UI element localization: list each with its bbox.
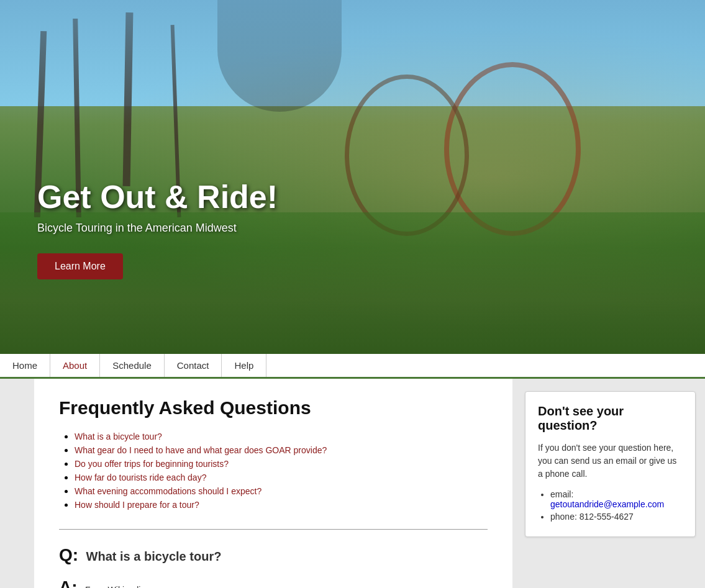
faq-heading: Frequently Asked Questions xyxy=(59,397,488,418)
hero-background xyxy=(0,0,705,354)
hero-subtitle: Bicycle Touring in the American Midwest xyxy=(37,222,278,235)
main-nav: Home About Schedule Contact Help xyxy=(0,354,705,379)
hero-content: Get Out & Ride! Bicycle Touring in the A… xyxy=(37,178,278,279)
sidebar: Don't see your question? If you don't se… xyxy=(512,379,705,588)
email-item: email: getoutandride@example.com xyxy=(550,489,683,509)
email-link[interactable]: getoutandride@example.com xyxy=(550,499,664,509)
list-item: How far do tourists ride each day? xyxy=(75,472,488,483)
nav-contact[interactable]: Contact xyxy=(165,354,222,377)
faq-q1: Q: What is a bicycle tour? xyxy=(59,545,488,565)
list-item: What gear do I need to have and what gea… xyxy=(75,445,488,456)
list-item: What is a bicycle tour? xyxy=(75,431,488,442)
nav-about[interactable]: About xyxy=(50,354,100,377)
main-area: Frequently Asked Questions What is a bic… xyxy=(0,379,705,588)
faq-list: What is a bicycle tour? What gear do I n… xyxy=(59,431,488,510)
faq-link-1[interactable]: What is a bicycle tour? xyxy=(75,432,162,441)
a-label: A: xyxy=(59,577,78,588)
phone-value: 812-555-4627 xyxy=(580,512,634,522)
learn-more-button[interactable]: Learn More xyxy=(37,253,123,279)
list-item: How should I prepare for a tour? xyxy=(75,499,488,510)
a1-text: From Wikipedia: xyxy=(85,585,148,588)
faq-divider xyxy=(59,529,488,530)
email-label: email: xyxy=(550,489,573,499)
contact-list: email: getoutandride@example.com phone: … xyxy=(538,489,683,522)
nav-home[interactable]: Home xyxy=(0,354,50,377)
left-spacer xyxy=(0,379,34,588)
list-item: What evening accommodations should I exp… xyxy=(75,486,488,497)
nav-schedule[interactable]: Schedule xyxy=(100,354,165,377)
sidebar-box: Don't see your question? If you don't se… xyxy=(525,391,696,537)
faq-a1: A: From Wikipedia: xyxy=(59,577,488,588)
nav-help[interactable]: Help xyxy=(222,354,266,377)
phone-item: phone: 812-555-4627 xyxy=(550,512,683,522)
faq-link-6[interactable]: How should I prepare for a tour? xyxy=(75,500,199,510)
list-item: Do you offer trips for beginning tourist… xyxy=(75,458,488,469)
hero-section: Get Out & Ride! Bicycle Touring in the A… xyxy=(0,0,705,354)
q-label: Q: xyxy=(59,545,78,564)
phone-label: phone: xyxy=(550,512,577,522)
faq-link-4[interactable]: How far do tourists ride each day? xyxy=(75,473,206,482)
hero-title: Get Out & Ride! xyxy=(37,178,278,215)
faq-link-3[interactable]: Do you offer trips for beginning tourist… xyxy=(75,459,229,469)
faq-link-5[interactable]: What evening accommodations should I exp… xyxy=(75,486,262,496)
faq-content: Frequently Asked Questions What is a bic… xyxy=(34,379,512,588)
q1-text: What is a bicycle tour? xyxy=(86,550,222,563)
faq-link-2[interactable]: What gear do I need to have and what gea… xyxy=(75,445,327,455)
sidebar-body: If you don't see your question here, you… xyxy=(538,441,683,481)
sidebar-heading: Don't see your question? xyxy=(538,404,683,433)
